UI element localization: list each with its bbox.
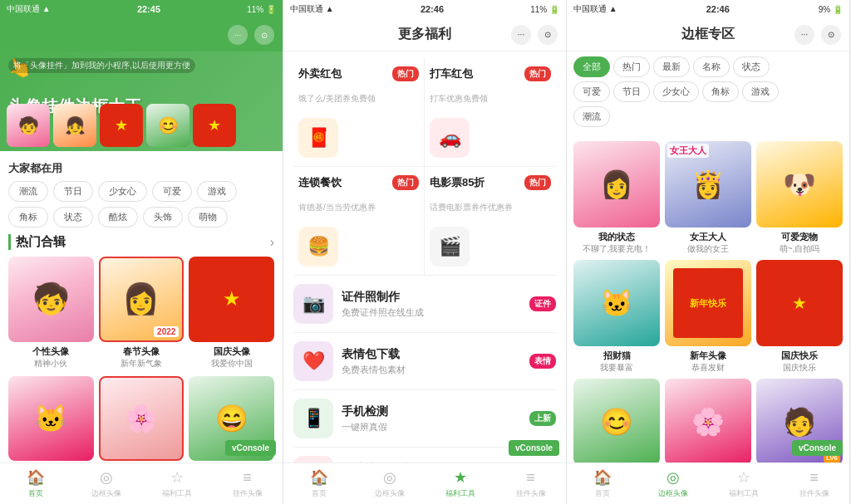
more-icon-1[interactable]: ···	[228, 25, 248, 45]
hot-item-1[interactable]: 🧒 个性头像 精神小伙	[8, 257, 94, 369]
tag-chaoliu[interactable]: 潮流	[8, 181, 48, 202]
welfare-text-6: 表情包下载 免费表情包素材	[342, 347, 521, 376]
top-nav-icons-3: ··· ⊙	[794, 25, 841, 45]
vconsole-btn-1[interactable]: vConsole	[225, 440, 276, 456]
status-bar-3: 中国联通 ▲ 22:46 9% 🔋	[567, 0, 849, 18]
nav-border-1[interactable]: ◎ 边框头像	[71, 468, 141, 499]
welfare-item-3[interactable]: 连锁餐饮 热门 肯德基/当当劳优惠券 🍔	[293, 167, 425, 276]
welfare-desc-4: 话费电影票券件优惠券	[430, 202, 513, 213]
hot-item-3[interactable]: ★ 国庆头像 我爱你中国	[189, 257, 274, 369]
filter-festival[interactable]: 节日	[613, 81, 650, 102]
border-img-8: 🌸	[665, 379, 751, 462]
border-item-6[interactable]: ★ 国庆快乐 国庆快乐	[756, 260, 843, 374]
scan-icon-1[interactable]: ⊙	[254, 25, 274, 45]
border-item-3[interactable]: 🐶 可爱宠物 萌~,自拍吗	[756, 141, 843, 255]
welfare-item-4[interactable]: 电影票85折 热门 话费电影票券件优惠券 🎬	[425, 167, 556, 276]
border-label-1: 我的状态	[598, 231, 635, 243]
welfare-icon-8: 🔴	[293, 456, 333, 462]
border-img-4: 🐱	[573, 260, 660, 346]
nav-pendant-label-2: 挂件头像	[516, 488, 546, 499]
nav-border-label-1: 边框头像	[91, 488, 121, 499]
nav-welfare-icon-1: ☆	[170, 468, 184, 487]
border-item-4[interactable]: 🐱 招财猫 我要暴富	[573, 260, 660, 374]
border-item-1[interactable]: 👩 我的状态 不聊了,我要充电！	[573, 141, 660, 255]
scan-icon-3[interactable]: ⊙	[821, 25, 841, 45]
nav-pendant-1[interactable]: ≡ 挂件头像	[212, 469, 283, 499]
status-time-2: 22:46	[421, 4, 444, 14]
nav-home-3[interactable]: 🏠 首页	[567, 468, 637, 499]
welfare-item-1[interactable]: 外卖红包 热门 饿了么/美团券免费领 🧧	[293, 58, 425, 167]
filter-badge[interactable]: 角标	[702, 81, 739, 102]
hot-item-2[interactable]: 👩 2022 春节头像 新年新气象	[99, 257, 184, 369]
filter-trend[interactable]: 潮流	[573, 106, 610, 127]
hot-arrow-icon[interactable]: ›	[270, 235, 274, 250]
panel-border: 中国联通 ▲ 22:46 9% 🔋 边框专区 ··· ⊙ 全部 热门 最新 名称…	[567, 0, 850, 504]
nav-home-2[interactable]: 🏠 首页	[283, 468, 354, 499]
hero-avatar-1: 🧒	[7, 104, 50, 147]
welfare-icon-6: ❤️	[293, 341, 333, 381]
scan-icon-2[interactable]: ⊙	[538, 25, 558, 45]
filter-all[interactable]: 全部	[573, 56, 610, 77]
nav-border-3[interactable]: ◎ 边框头像	[637, 468, 708, 499]
border-item-5[interactable]: 新年快乐 新年头像 恭喜发财	[665, 260, 751, 374]
filter-girl[interactable]: 少女心	[653, 81, 699, 102]
filter-row-3: 潮流	[573, 106, 843, 127]
nav-border-2[interactable]: ◎ 边框头像	[354, 468, 425, 499]
border-item-7[interactable]: 😊 元气头像 元气满满	[573, 379, 660, 462]
nav-pendant-3[interactable]: ≡ 挂件头像	[779, 469, 849, 499]
nav-home-icon-3: 🏠	[593, 468, 612, 487]
hot-item-4[interactable]: 🐱 可爱头像 萌萌哒	[8, 376, 94, 462]
welfare-item-5[interactable]: 📷 证件照制作 免费证件照在线生成 证件	[293, 276, 556, 333]
tag-jiaobiao[interactable]: 角标	[8, 207, 48, 228]
welfare-grid: 外卖红包 热门 饿了么/美团券免费领 🧧 打车红包 热门 打车优惠免费领 🚗 连…	[293, 58, 556, 276]
hot-item-img-4: 🐱	[8, 376, 94, 462]
cn-flag: ★	[100, 104, 143, 147]
filter-game[interactable]: 游戏	[742, 81, 779, 102]
welfare-item-6[interactable]: ❤️ 表情包下载 免费表情包素材 表情	[293, 333, 556, 390]
border-img-6: ★	[756, 260, 843, 346]
welfare-badge-5: 证件	[529, 296, 556, 311]
nav-welfare-icon-3: ☆	[737, 468, 750, 487]
more-icon-3[interactable]: ···	[794, 25, 814, 45]
panel1-scroll-area: 大家都在用 潮流 节日 少女心 可爱 游戏 角标 状态 酷炫 头饰 萌物 热门合…	[0, 151, 283, 462]
nav-pendant-icon-2: ≡	[526, 469, 535, 487]
nav-welfare-2[interactable]: ★ 福利工具	[425, 468, 495, 499]
nav-home-1[interactable]: 🏠 首页	[0, 468, 71, 499]
vconsole-btn-2[interactable]: vConsole	[509, 440, 559, 456]
border-item-2[interactable]: 👸 女王大人 女王大人 做我的女王	[665, 141, 751, 255]
hero-avatar-3: ★	[100, 104, 143, 147]
welfare-icon-1: 🧧	[298, 118, 338, 158]
tag-youxi[interactable]: 游戏	[197, 181, 237, 202]
tag-zhuangtai[interactable]: 状态	[53, 207, 93, 228]
border-label-5: 新年头像	[690, 350, 726, 362]
filter-latest[interactable]: 最新	[653, 56, 690, 77]
filter-cute[interactable]: 可爱	[573, 81, 610, 102]
border-item-8[interactable]: 🌸 花边头像 花边美美	[665, 379, 751, 462]
nav-welfare-3[interactable]: ☆ 福利工具	[708, 468, 779, 499]
border-img-1: 👩	[573, 141, 660, 228]
tag-mengwu[interactable]: 萌物	[188, 207, 228, 228]
welfare-item-2[interactable]: 打车红包 热门 打车优惠免费领 🚗	[425, 58, 556, 167]
tag-toushi[interactable]: 头饰	[143, 207, 183, 228]
more-icon-2[interactable]: ···	[511, 25, 531, 45]
filter-hot[interactable]: 热门	[613, 56, 650, 77]
filter-status[interactable]: 状态	[733, 56, 770, 77]
tag-jieri[interactable]: 节日	[53, 181, 93, 202]
tag-shaonvxin[interactable]: 少女心	[98, 181, 147, 202]
welfare-text-7: 手机检测 一键辨真假	[342, 404, 521, 433]
status-carrier-1: 中国联通 ▲	[7, 3, 51, 15]
nav-home-icon-1: 🏠	[27, 468, 45, 487]
hot-item-5[interactable]: 🌸 花边头像 美美的	[99, 376, 184, 462]
tag-kuzhui[interactable]: 酷炫	[98, 207, 138, 228]
welfare-desc-3: 肯德基/当当劳优惠券	[298, 202, 376, 213]
nav-home-icon-2: 🏠	[310, 468, 328, 487]
welfare-desc-7: 一键辨真假	[342, 421, 521, 433]
welfare-badge-3: 热门	[392, 175, 419, 190]
welfare-desc-1: 饿了么/美团券免费领	[298, 93, 376, 105]
nav-welfare-1[interactable]: ☆ 福利工具	[141, 468, 212, 499]
vconsole-btn-3[interactable]: vConsole	[792, 440, 843, 456]
tag-keai[interactable]: 可爱	[152, 181, 192, 202]
filter-name[interactable]: 名称	[693, 56, 730, 77]
nav-pendant-2[interactable]: ≡ 挂件头像	[495, 469, 566, 499]
welfare-item-7[interactable]: 📱 手机检测 一键辨真假 上新	[293, 390, 556, 448]
